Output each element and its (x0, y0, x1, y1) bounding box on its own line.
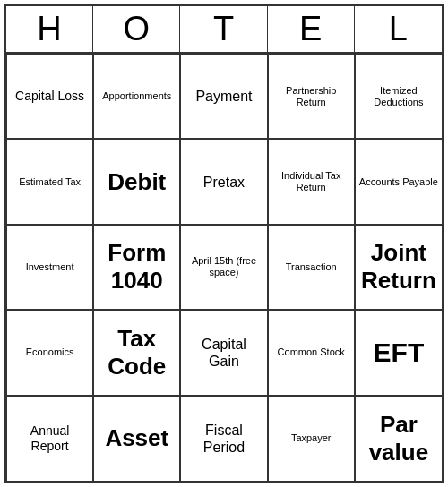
cell-text: Common Stock (278, 346, 345, 358)
cell-text: Pretax (203, 174, 245, 191)
cell-text: Joint Return (359, 239, 438, 295)
cell-text: Investment (26, 261, 74, 273)
bingo-cell: Economics (6, 310, 93, 395)
bingo-cell: Apportionments (93, 54, 180, 139)
bingo-cell: Common Stock (268, 310, 355, 395)
cell-text: Economics (26, 346, 74, 358)
cell-text: Asset (105, 424, 168, 452)
header-letter: O (93, 6, 180, 52)
bingo-cell: Annual Report (6, 396, 93, 481)
header-letter: L (355, 6, 442, 52)
bingo-cell: Fiscal Period (180, 396, 267, 481)
cell-text: Annual Report (11, 423, 89, 454)
cell-text: Individual Tax Return (272, 170, 350, 193)
bingo-cell: April 15th (free space) (180, 225, 267, 310)
bingo-cell: Joint Return (355, 225, 442, 310)
cell-text: Fiscal Period (185, 422, 263, 456)
cell-text: Capital Loss (15, 89, 84, 104)
cell-text: EFT (374, 337, 425, 369)
bingo-cell: Investment (6, 225, 93, 310)
bingo-grid: Capital LossApportionmentsPaymentPartner… (6, 54, 442, 481)
bingo-cell: Accounts Payable (355, 139, 442, 224)
cell-text: Apportionments (102, 90, 171, 102)
bingo-cell: Payment (180, 54, 267, 139)
bingo-cell: Capital Gain (180, 310, 267, 395)
cell-text: Form 1040 (98, 239, 176, 295)
bingo-cell: Partnership Return (268, 54, 355, 139)
bingo-cell: Tax Code (93, 310, 180, 395)
cell-text: Taxpayer (291, 432, 332, 444)
bingo-cell: Taxpayer (268, 396, 355, 481)
cell-text: Payment (195, 88, 252, 105)
cell-text: Debit (108, 168, 166, 196)
bingo-cell: Transaction (268, 225, 355, 310)
header-letter: H (6, 6, 93, 52)
cell-text: Partnership Return (272, 85, 350, 108)
bingo-cell: Itemized Deductions (355, 54, 442, 139)
bingo-card: HOTEL Capital LossApportionmentsPaymentP… (4, 4, 444, 483)
bingo-cell: EFT (355, 310, 442, 395)
cell-text: April 15th (free space) (185, 255, 263, 278)
bingo-cell: Par value (355, 396, 442, 481)
header-letter: T (180, 6, 267, 52)
bingo-cell: Estimated Tax (6, 139, 93, 224)
bingo-header: HOTEL (6, 6, 442, 54)
cell-text: Accounts Payable (359, 176, 438, 188)
bingo-cell: Debit (93, 139, 180, 224)
cell-text: Tax Code (98, 325, 176, 380)
cell-text: Itemized Deductions (359, 85, 438, 108)
bingo-cell: Form 1040 (93, 225, 180, 310)
header-letter: E (268, 6, 355, 52)
cell-text: Capital Gain (185, 336, 263, 370)
cell-text: Par value (359, 411, 438, 466)
bingo-cell: Asset (93, 396, 180, 481)
bingo-cell: Capital Loss (6, 54, 93, 139)
cell-text: Estimated Tax (19, 176, 81, 188)
bingo-cell: Pretax (180, 139, 267, 224)
cell-text: Transaction (286, 261, 337, 273)
bingo-cell: Individual Tax Return (268, 139, 355, 224)
